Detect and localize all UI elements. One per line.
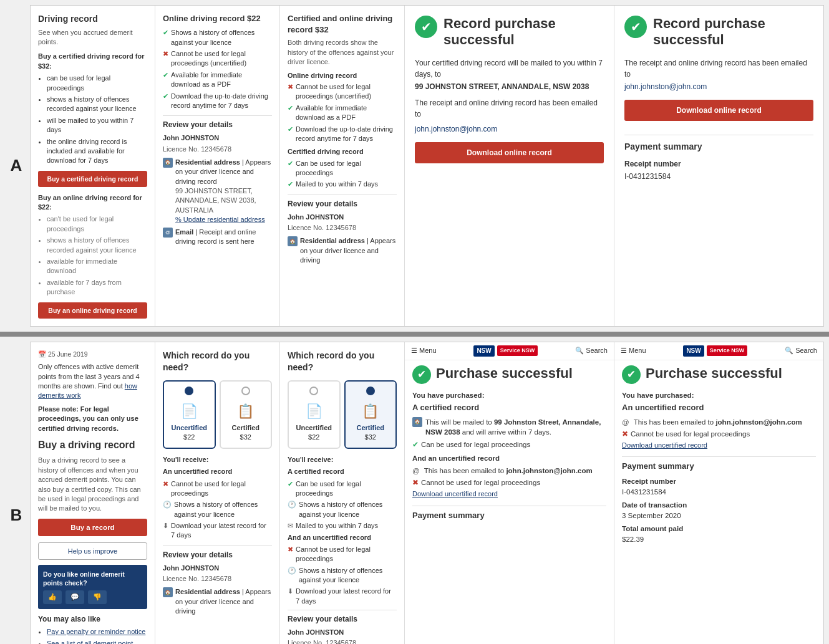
b2-cert-label: Certified (226, 423, 266, 433)
b4-record-type: A certified record (412, 402, 606, 413)
panel-b1: 📅 25 June 2019 Only offences with active… (31, 342, 155, 644)
b1-desc: Only offences with active demerit points… (38, 362, 147, 401)
a3-cert-check1: ✔Can be used for legal proceedings (288, 159, 397, 178)
a3-check1: ✔Available for immediate download as a P… (288, 103, 397, 123)
b3-licence: Licence No. 12345678 (288, 638, 397, 644)
b3-and-heading: And an uncertified record (288, 533, 397, 542)
a2-licence: Licence No. 12345678 (163, 145, 272, 154)
b1-demerits-link[interactable]: how demerits work (38, 382, 137, 399)
b2-card-uncertified[interactable]: 📄 Uncertified $22 (163, 380, 216, 449)
b4-success-header: ✔ Purchase successful (412, 365, 606, 384)
a4-success-title: Record purchase successful (444, 16, 604, 49)
a5-check-circle: ✔ (624, 16, 647, 38)
a3-cert-sub: Certified driving record (288, 147, 397, 156)
panel-b3: Which record do you need? 📄 Uncertified … (280, 342, 405, 644)
b3-cert-title: A certified record (288, 467, 397, 476)
b2-uncert-title: An uncertified record (163, 467, 272, 476)
b1-links-list: Pay a penalty or reminder notice See a l… (38, 627, 147, 644)
a3-check2: ✔Download the up-to-date driving record … (288, 125, 397, 144)
b3-card-certified[interactable]: 📋 Certified $32 (344, 380, 397, 449)
a3-online-sub: Online driving record (288, 71, 397, 80)
panel-a2: Online driving record $22 ✔Shows a histo… (155, 6, 280, 326)
b5-date-value: 3 September 2020 (622, 511, 816, 521)
a2-name: John JOHNSTON (163, 133, 272, 143)
b1-record-desc: Buy a driving record to see a history of… (38, 456, 147, 513)
a5-receipt-label: Receipt number (624, 158, 813, 170)
b4-purchased-heading: You have purchased: (412, 390, 606, 400)
b1-record-heading: Buy a driving record (38, 438, 147, 452)
b5-menu-icon[interactable]: ☰ Menu (621, 346, 646, 355)
a2-update-link[interactable]: % Update residential address (175, 216, 265, 223)
b4-nsw-header: ☰ Menu NSW Service NSW 🔍 Search (405, 342, 614, 360)
a2-check3: ✔Download the up-to-date driving record … (163, 92, 272, 111)
b2-name: John JOHNSTON (163, 564, 272, 573)
btn-help-b1[interactable]: Help us improve (38, 542, 147, 560)
a4-check-circle: ✔ (415, 16, 437, 38)
b3-card-uncertified[interactable]: 📄 Uncertified $22 (288, 380, 341, 449)
b5-nsw-header: ☰ Menu NSW Service NSW 🔍 Search (614, 342, 823, 360)
b1-link1[interactable]: Pay a penalty or reminder notice (47, 628, 145, 635)
btn-download-a5[interactable]: Download online record (624, 100, 813, 121)
b3-cert-icon: 📋 (351, 402, 391, 421)
b1-note: Please note: For legal proceedings, you … (38, 405, 147, 433)
b3-cert-label: Certified (351, 423, 391, 433)
b4-download-link[interactable]: Download uncertified record (412, 489, 606, 499)
b3-heading: Which record do you need? (288, 350, 397, 374)
b3-uncert-icon: 📄 (294, 402, 334, 421)
a4-body1: Your certified driving record will be ma… (415, 57, 604, 80)
b3-receive-heading: You'll receive: (288, 455, 397, 464)
b5-receipt-value: I-0431231584 (622, 487, 816, 497)
a1-title: Driving record (38, 13, 147, 26)
a3-name: John JOHNSTON (288, 213, 397, 222)
a2-title: Online driving record $22 (163, 13, 272, 24)
b5-total-label: Total amount paid (622, 524, 816, 534)
panel-b4: ☰ Menu NSW Service NSW 🔍 Search ✔ Purcha… (405, 342, 614, 644)
b1-may-like: You may also like (38, 614, 147, 625)
b3-review-heading: Review your details (288, 614, 397, 625)
b4-menu-icon[interactable]: ☰ Menu (411, 346, 437, 355)
a1-cert-list: can be used for legal proceedings shows … (38, 74, 147, 166)
a3-address-row: 🏠 Residential address | Appears on your … (288, 236, 397, 265)
b4-search-icon[interactable]: 🔍 Search (575, 346, 608, 355)
fb-thumbdown[interactable]: 👎 (88, 590, 107, 603)
b5-total-value: $22.39 (622, 534, 816, 544)
b1-link2[interactable]: See a list of all demerit point (47, 640, 133, 644)
btn-buy-certified-a1[interactable]: Buy a certified driving record (38, 171, 147, 187)
btn-buy-online-a1[interactable]: Buy an online driving record (38, 302, 147, 319)
b5-download-link[interactable]: Download uncertified record (622, 441, 816, 450)
section-a-label: A (5, 5, 27, 327)
a1-online-list: can't be used for legal proceedings show… (38, 214, 147, 297)
btn-buy-b1[interactable]: Buy a record (38, 519, 147, 536)
a2-review-heading: Review your details (163, 120, 272, 130)
a3-cert-check2: ✔Mailed to you within 7 days (288, 180, 397, 189)
panel-a5: ✔ Record purchase successful The receipt… (614, 6, 823, 326)
a4-body2: The receipt and online driving record ha… (415, 97, 604, 120)
fb-comment[interactable]: 💬 (65, 590, 84, 603)
panel-a4: ✔ Record purchase successful Your certif… (405, 6, 614, 326)
b5-check-circle: ✔ (622, 365, 641, 384)
a2-email-row: @ Email | Receipt and online driving rec… (163, 228, 272, 247)
b2-card-certified[interactable]: 📋 Certified $32 (220, 380, 273, 449)
fb-thumbup[interactable]: 👍 (43, 590, 62, 603)
b2-uncert-price: $22 (169, 433, 210, 442)
btn-download-a4[interactable]: Download online record (415, 142, 604, 163)
a5-success-header: ✔ Record purchase successful (624, 16, 813, 49)
a3-desc: Both driving records show the history of… (288, 38, 397, 67)
a3-cross1: ✖Cannot be used for legal proceedings (u… (288, 82, 397, 102)
a1-online-heading: Buy an online driving record for $22: (38, 193, 147, 213)
panel-b5: ☰ Menu NSW Service NSW 🔍 Search ✔ Purcha… (614, 342, 823, 644)
b2-licence: Licence No. 12345678 (163, 574, 272, 584)
a2-check2: ✔Available for immediate download as a P… (163, 70, 272, 90)
b5-search-icon[interactable]: 🔍 Search (785, 346, 817, 355)
a5-receipt-value: I-0431231584 (624, 171, 813, 182)
b2-uncert-icon: 📄 (169, 402, 210, 421)
b4-and-uncert: And an uncertified record (412, 453, 606, 463)
b5-receipt-label: Receipt number (622, 476, 816, 486)
panel-a1: Driving record See when you accrued deme… (31, 6, 155, 326)
b4-payment-heading: Payment summary (412, 510, 606, 521)
b2-heading: Which record do you need? (163, 350, 272, 374)
b1-date: 📅 25 June 2019 (38, 350, 147, 359)
a4-success-header: ✔ Record purchase successful (415, 16, 604, 49)
a1-cert-heading: Buy a certified driving record for $32: (38, 52, 147, 71)
a5-email: john.johnston@john.com (624, 81, 813, 92)
